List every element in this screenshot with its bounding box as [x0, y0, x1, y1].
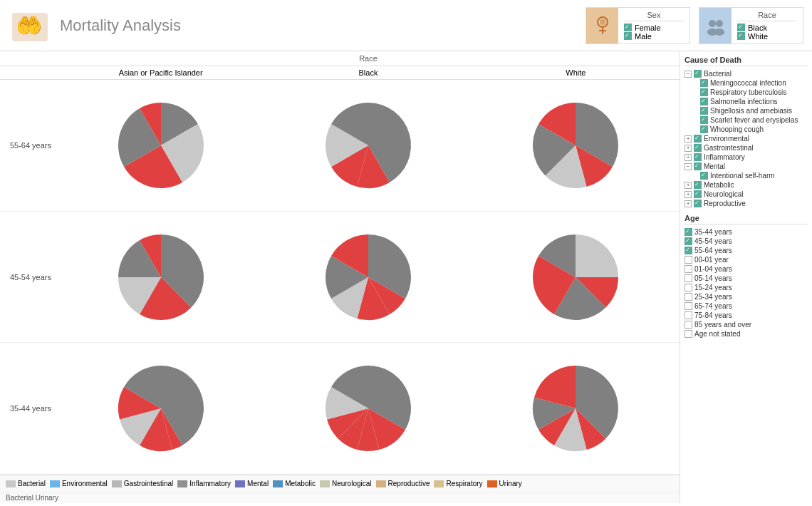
age-00-01[interactable]: 00-01 year: [685, 255, 808, 264]
cb-age-35-44[interactable]: [685, 228, 692, 236]
cb-age-00-01[interactable]: [685, 256, 692, 264]
cb-neurological[interactable]: [694, 190, 702, 198]
expand-inflammatory[interactable]: +: [685, 154, 692, 161]
cause-of-death-section: Cause of Death − Bacterial Meningococcal…: [685, 56, 808, 208]
sex-male-label: Male: [635, 32, 652, 41]
tree-neurological[interactable]: + Neurological: [685, 190, 808, 199]
race-black-checkbox[interactable]: [737, 24, 745, 31]
cb-age-not-stated[interactable]: [685, 330, 692, 338]
expand-mental[interactable]: −: [685, 163, 692, 170]
expand-reproductive[interactable]: +: [685, 200, 692, 207]
cb-meningococcal[interactable]: [700, 79, 708, 87]
cb-self-harm[interactable]: [700, 172, 708, 180]
label-age-00-01: 00-01 year: [694, 256, 729, 264]
age-01-04[interactable]: 01-04 years: [685, 264, 808, 274]
tree-mental[interactable]: − Mental: [685, 162, 808, 171]
col-header-black: Black: [264, 66, 472, 79]
cb-age-15-24[interactable]: [685, 284, 692, 291]
age-65-74[interactable]: 65-74 years: [685, 301, 808, 311]
tree-metabolic[interactable]: + Metabolic: [685, 180, 808, 190]
race-filter-title: Race: [737, 11, 797, 21]
cb-age-65-74[interactable]: [685, 302, 692, 310]
tree-salmonella[interactable]: Salmonella infections: [685, 97, 808, 106]
age-85-over[interactable]: 85 years and over: [685, 320, 808, 329]
legend-label-metabolic: Metabolic: [285, 480, 316, 487]
expand-environmental[interactable]: +: [685, 135, 692, 143]
label-salmonella: Salmonella infections: [710, 98, 778, 105]
cb-shigellosis[interactable]: [700, 107, 708, 115]
race-white-item[interactable]: White: [737, 32, 797, 41]
cb-scarlet[interactable]: [700, 116, 708, 124]
pie-r0c0: [57, 97, 264, 194]
tree-shigellosis[interactable]: Shigellosis and amebiasis: [685, 106, 808, 115]
tree-whooping[interactable]: Whooping cough: [685, 125, 808, 134]
age-35-44[interactable]: 35-44 years: [685, 227, 808, 237]
sex-female-checkbox[interactable]: [624, 24, 632, 31]
cb-age-05-14[interactable]: [685, 274, 692, 282]
cb-age-01-04[interactable]: [685, 265, 692, 273]
cb-metabolic[interactable]: [694, 181, 702, 189]
label-mental: Mental: [704, 162, 725, 170]
pie-svg-r2c1: [326, 366, 411, 451]
cb-whooping[interactable]: [700, 125, 708, 133]
pie-svg-r2c2: [533, 366, 618, 451]
tree-self-harm[interactable]: Intentional self-harm: [685, 171, 808, 180]
age-75-84[interactable]: 75-84 years: [685, 311, 808, 320]
label-scarlet: Scarlet fever and erysipelas: [710, 116, 798, 124]
legend-neurological: Neurological: [320, 480, 372, 487]
race-white-checkbox[interactable]: [737, 32, 745, 40]
expand-metabolic[interactable]: +: [685, 182, 692, 189]
tree-meningococcal[interactable]: Meningococcal infection: [685, 78, 808, 88]
pie-r1c0: [57, 229, 264, 326]
tree-environmental[interactable]: + Environmental: [685, 134, 808, 143]
sex-male-checkbox[interactable]: [624, 32, 632, 40]
cb-salmonella[interactable]: [700, 98, 708, 105]
label-age-85-over: 85 years and over: [694, 321, 751, 329]
cb-gastrointestinal[interactable]: [694, 144, 702, 152]
pie-svg-r1c1: [326, 234, 411, 320]
sex-male-item[interactable]: Male: [624, 32, 684, 41]
sex-filter: Sex Female Male: [585, 7, 690, 44]
cb-bacterial[interactable]: [694, 70, 702, 78]
cb-age-75-84[interactable]: [685, 311, 692, 319]
cb-mental[interactable]: [694, 162, 702, 170]
expand-neurological[interactable]: +: [685, 191, 692, 198]
row-label-spacer: [0, 54, 57, 63]
main-area: Race Asian or Pacific Islander Black Whi…: [0, 51, 812, 503]
pie-r1c1: [264, 229, 472, 326]
label-whooping: Whooping cough: [710, 125, 764, 133]
header: 🤲 Mortality Analysis Sex Female: [0, 0, 812, 51]
pie-r0c2: [472, 97, 680, 194]
cb-inflammatory[interactable]: [694, 153, 702, 161]
expand-bacterial[interactable]: −: [685, 71, 692, 78]
tree-inflammatory[interactable]: + Inflammatory: [685, 153, 808, 162]
cb-environmental[interactable]: [694, 135, 702, 143]
cb-age-45-54[interactable]: [685, 237, 692, 245]
legend-label-gastrointestinal: Gastrointestinal: [124, 480, 173, 487]
tree-resp-tb[interactable]: Respiratory tuberculosis: [685, 88, 808, 97]
bottom-label: Bacterial Urinary: [0, 492, 680, 503]
tree-bacterial[interactable]: − Bacterial: [685, 69, 808, 78]
legend-gastrointestinal: Gastrointestinal: [112, 480, 173, 487]
tree-gastrointestinal[interactable]: + Gastrointestinal: [685, 143, 808, 153]
age-45-54[interactable]: 45-54 years: [685, 237, 808, 246]
pie-cells-2: [57, 360, 680, 457]
cb-age-85-over[interactable]: [685, 321, 692, 329]
label-environmental: Environmental: [704, 135, 749, 143]
tree-reproductive[interactable]: + Reproductive: [685, 199, 808, 208]
cb-age-55-64[interactable]: [685, 247, 692, 254]
age-not-stated[interactable]: Age not stated: [685, 329, 808, 339]
tree-scarlet[interactable]: Scarlet fever and erysipelas: [685, 115, 808, 125]
age-15-24[interactable]: 15-24 years: [685, 283, 808, 292]
age-25-34[interactable]: 25-34 years: [685, 292, 808, 301]
label-gastrointestinal: Gastrointestinal: [704, 144, 753, 152]
race-black-item[interactable]: Black: [737, 24, 797, 32]
expand-gastrointestinal[interactable]: +: [685, 145, 692, 152]
chart-area: Race Asian or Pacific Islander Black Whi…: [0, 51, 680, 503]
age-05-14[interactable]: 05-14 years: [685, 274, 808, 283]
cb-reproductive[interactable]: [694, 200, 702, 207]
cb-age-25-34[interactable]: [685, 293, 692, 301]
age-55-64[interactable]: 55-64 years: [685, 246, 808, 255]
cb-resp-tb[interactable]: [700, 88, 708, 96]
sex-female-item[interactable]: Female: [624, 24, 684, 32]
